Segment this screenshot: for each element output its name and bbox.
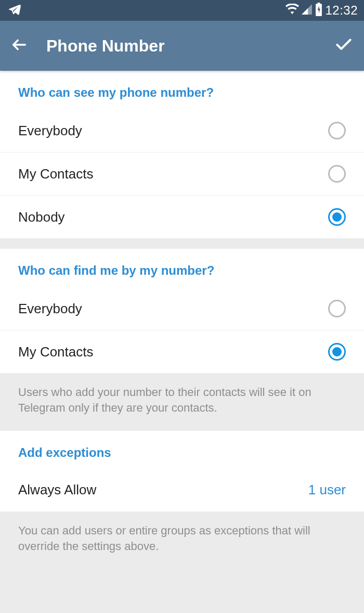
option-label: My Contacts [18, 344, 94, 360]
signal-icon [301, 4, 313, 17]
radio-icon [328, 122, 346, 139]
option-label: Everybody [18, 123, 82, 139]
option-everybody[interactable]: Everybody [0, 109, 364, 152]
option-nobody[interactable]: Nobody [0, 196, 364, 238]
radio-icon [328, 208, 346, 226]
option-my-contacts[interactable]: My Contacts [0, 152, 364, 196]
wifi-icon [285, 4, 299, 17]
status-bar: 12:32 [0, 0, 364, 21]
section-gap [0, 238, 364, 249]
radio-icon [328, 165, 346, 183]
option-label: My Contacts [18, 166, 94, 182]
section-who-can-find: Who can find me by my number? Everybody … [0, 249, 364, 373]
exception-label: Always Allow [18, 482, 96, 498]
back-button[interactable] [10, 36, 28, 56]
section-exceptions: Add exceptions Always Allow 1 user [0, 431, 364, 512]
section-who-can-see: Who can see my phone number? Everybody M… [0, 71, 364, 238]
section-header: Who can see my phone number? [0, 71, 364, 109]
option-everybody[interactable]: Everybody [0, 287, 364, 330]
radio-icon [328, 300, 346, 317]
exception-value: 1 user [308, 482, 346, 498]
info-text: You can add users or entire groups as ex… [0, 512, 364, 569]
confirm-button[interactable] [334, 35, 354, 57]
page-title: Phone Number [46, 36, 334, 56]
section-header: Add exceptions [0, 431, 364, 469]
info-text: Users who add your number to their conta… [0, 373, 364, 431]
radio-icon [328, 343, 346, 361]
option-label: Everybody [18, 301, 82, 317]
always-allow-row[interactable]: Always Allow 1 user [0, 469, 364, 512]
option-my-contacts[interactable]: My Contacts [0, 330, 364, 373]
battery-icon [315, 3, 323, 18]
section-header: Who can find me by my number? [0, 249, 364, 287]
option-label: Nobody [18, 209, 65, 225]
app-header: Phone Number [0, 21, 364, 71]
telegram-icon [8, 3, 21, 18]
status-time: 12:32 [325, 3, 358, 18]
